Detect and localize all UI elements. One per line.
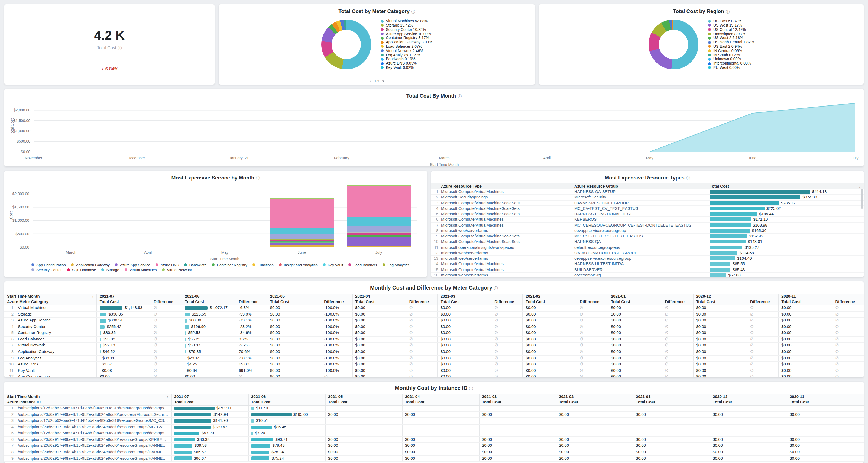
total-cost-header[interactable]: Total Cost (352, 299, 406, 305)
column-header-resource-group[interactable]: Azure Resource Group (574, 183, 710, 189)
difference-cell[interactable]: ∅ (747, 355, 778, 361)
cost-cell[interactable]: $153.90 (171, 405, 248, 411)
difference-cell[interactable]: ∅ (151, 343, 182, 349)
page-up-icon[interactable]: ▲ (369, 79, 372, 83)
legend-item[interactable]: Application Gateway (71, 263, 110, 267)
month-header[interactable]: 2020-11 (787, 394, 864, 400)
cost-cell[interactable]: $0.00 (693, 343, 747, 349)
difference-cell[interactable]: ∅ (151, 311, 182, 317)
legend-item[interactable]: Container Registry (212, 263, 247, 267)
cost-cell[interactable]: $88.80 (182, 317, 236, 324)
difference-cell[interactable]: -100.0% (321, 337, 352, 343)
cost-cell[interactable]: $0.00 (523, 337, 577, 343)
info-icon[interactable]: ⓘ (494, 286, 498, 291)
resource-group-cell[interactable]: MC_CERESOURCEGROUP_CE-TEST-DONTDELETE_EA… (574, 223, 710, 227)
info-icon[interactable]: ⓘ (118, 46, 122, 51)
page-down-icon[interactable]: ▼ (381, 79, 385, 83)
cost-cell[interactable]: $66.67 (171, 449, 248, 455)
difference-cell[interactable]: ∅ (577, 343, 608, 349)
cost-cell[interactable]: $0.00 (267, 324, 321, 330)
difference-cell[interactable]: ∅ (407, 355, 437, 361)
cost-cell[interactable]: $0.00 (352, 361, 406, 368)
bar-segment[interactable] (270, 245, 334, 247)
chevron-left-icon[interactable]: ‹ (92, 294, 94, 299)
difference-cell[interactable]: -100.0% (321, 349, 352, 355)
cost-cell[interactable]: $165.00 (248, 411, 325, 418)
difference-cell[interactable]: ∅ (747, 368, 778, 374)
cost-cell[interactable]: $85.45 (248, 424, 325, 430)
info-icon[interactable]: ⓘ (458, 94, 462, 99)
difference-cell[interactable]: ∅ (577, 324, 608, 330)
legend-item[interactable]: SQL Database (67, 268, 96, 271)
total-cost-header[interactable]: Total Cost (523, 299, 577, 305)
resource-type-cell[interactable]: Microsoft.Compute/virtualMachines (441, 262, 574, 266)
total-cost-header[interactable]: Total Cost (97, 299, 151, 305)
legend-item[interactable]: Key Vault (323, 263, 343, 267)
legend-item[interactable]: Load Balancer (349, 263, 377, 267)
cost-cell[interactable]: $75.24 (248, 455, 325, 462)
difference-cell[interactable]: ∅ (151, 355, 182, 361)
total-cost-cell[interactable]: $195.44 (710, 211, 864, 216)
cost-cell[interactable]: $0.00 (325, 449, 402, 455)
cost-cell[interactable]: $0.00 (710, 443, 787, 449)
month-header[interactable]: 2020-12 (710, 394, 787, 400)
month-header[interactable]: 2021-06 (248, 394, 325, 400)
difference-cell[interactable]: -2.2% (236, 343, 267, 349)
difference-cell[interactable]: ∅ (407, 368, 437, 374)
scrollbar-thumb[interactable] (861, 189, 863, 209)
instance-id-cell[interactable]: /subscriptions/12d2db62-5aa9-471d-84bb-f… (15, 418, 171, 424)
cost-cell[interactable]: $0.00 (437, 349, 492, 355)
cost-cell[interactable]: $0.00 (479, 449, 556, 455)
cost-cell[interactable] (325, 418, 402, 424)
legend-item[interactable]: Insight and Analytics (279, 263, 317, 267)
meter-category-cell[interactable]: Application Gateway (15, 349, 97, 355)
meter-category-cell[interactable]: Log Analytics (15, 355, 97, 361)
cost-cell[interactable]: $66.67 (171, 455, 248, 462)
legend-item[interactable]: Azure DNS 0.03% (381, 61, 432, 66)
cost-cell[interactable]: $0.00 (608, 324, 662, 330)
cost-cell[interactable] (787, 431, 864, 437)
total-cost-header[interactable]: Total Cost (693, 299, 747, 305)
difference-cell[interactable]: ∅ (662, 368, 693, 374)
total-cost-header[interactable]: Total Cost (778, 299, 833, 305)
legend-item[interactable]: Virtual Machines (125, 268, 157, 271)
total-cost-header[interactable]: Total Cost (710, 400, 787, 405)
difference-cell[interactable]: ∅ (492, 361, 523, 368)
difference-cell[interactable]: -100.0% (321, 311, 352, 317)
legend-item[interactable]: Application Gateway 3.00% (381, 40, 432, 45)
resource-type-cell[interactable]: Microsoft.Compute/virtualMachines (441, 267, 574, 272)
difference-cell[interactable]: ∅ (492, 330, 523, 337)
cost-cell[interactable]: $0.00 (437, 317, 492, 324)
legend-item[interactable]: US West 19.17% (708, 23, 754, 28)
difference-header[interactable]: Difference (577, 299, 608, 305)
cost-cell[interactable]: $0.00 (402, 437, 479, 443)
resource-type-cell[interactable]: microsoft.web/serverfarms (441, 228, 574, 233)
cost-cell[interactable] (710, 424, 787, 430)
cost-cell[interactable] (402, 405, 479, 411)
bar-segment[interactable] (347, 237, 411, 246)
difference-cell[interactable]: ∅ (151, 361, 182, 368)
legend-item[interactable]: US North Central 1.82% (708, 40, 754, 45)
total-cost-cell[interactable]: $135.27 (710, 245, 864, 250)
legend-item[interactable]: Functions (253, 263, 274, 267)
difference-cell[interactable]: ∅ (407, 311, 437, 317)
cost-cell[interactable]: $0.00 (693, 311, 747, 317)
cost-cell[interactable] (710, 418, 787, 424)
cost-cell[interactable] (479, 418, 556, 424)
bar-segment[interactable] (270, 241, 334, 242)
cost-cell[interactable]: $0.00 (608, 311, 662, 317)
cost-cell[interactable]: $1,143.93 (97, 305, 151, 311)
difference-cell[interactable]: ∅ (151, 374, 182, 377)
legend-item[interactable]: Unassigned 8.93% (708, 32, 754, 36)
difference-cell[interactable]: ∅ (833, 374, 864, 377)
difference-cell[interactable]: -100.0% (321, 324, 352, 330)
total-cost-cell[interactable]: $104.40 (710, 256, 864, 261)
cost-cell[interactable]: $0.00 (608, 368, 662, 374)
difference-cell[interactable]: ∅ (407, 343, 437, 349)
cost-cell[interactable]: $0.00 (182, 374, 236, 377)
legend-item[interactable]: Security Center 10.82% (381, 28, 432, 32)
cost-cell[interactable]: $0.00 (608, 374, 662, 377)
cost-cell[interactable]: $0.00 (267, 374, 321, 377)
cost-cell[interactable]: $0.00 (402, 443, 479, 449)
cost-cell[interactable] (325, 431, 402, 437)
